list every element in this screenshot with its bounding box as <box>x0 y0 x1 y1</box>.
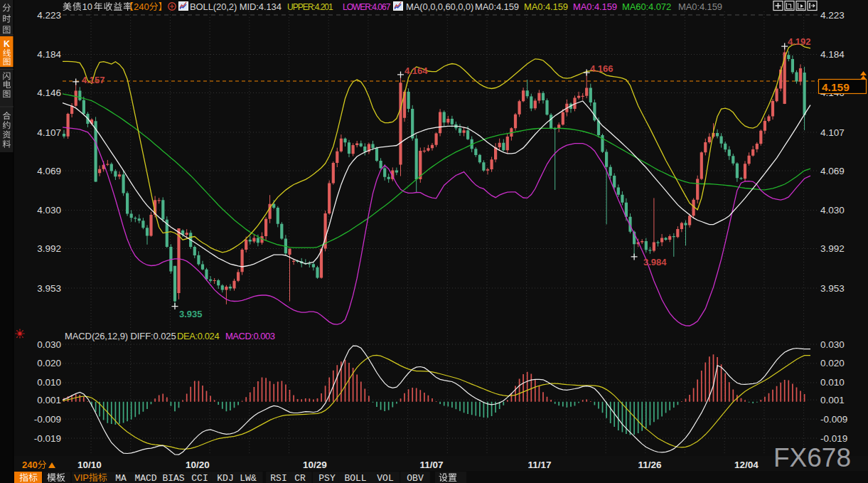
svg-text:10/20: 10/20 <box>186 460 210 470</box>
svg-text:11/17: 11/17 <box>527 460 551 470</box>
svg-text:VIP: VIP <box>74 472 89 483</box>
svg-text:12/04: 12/04 <box>734 460 759 470</box>
svg-text:3.992: 3.992 <box>37 243 61 254</box>
svg-text:4.223: 4.223 <box>37 10 61 21</box>
svg-text:0.001: 0.001 <box>37 395 61 405</box>
svg-text:BIAS: BIAS <box>162 473 184 483</box>
svg-text:0.010: 0.010 <box>37 377 61 388</box>
svg-text:-0.019: -0.019 <box>820 433 847 444</box>
svg-text:LW&: LW& <box>240 473 257 483</box>
svg-text:11/26: 11/26 <box>638 460 662 470</box>
svg-text:3.953: 3.953 <box>37 283 61 294</box>
svg-text:K: K <box>4 39 10 49</box>
svg-text:MA0:4.159: MA0:4.159 <box>678 1 722 12</box>
svg-text:-0.019: -0.019 <box>34 433 61 444</box>
svg-text:MA60:4.072: MA60:4.072 <box>622 1 671 12</box>
svg-text:10/10: 10/10 <box>77 460 102 470</box>
svg-text:MACD:0.003: MACD:0.003 <box>225 331 275 341</box>
svg-text:0.020: 0.020 <box>37 358 61 368</box>
svg-text:3.953: 3.953 <box>820 283 845 294</box>
svg-text:MA0:4.159: MA0:4.159 <box>524 1 568 12</box>
svg-text:FX678: FX678 <box>773 443 851 472</box>
svg-text:4.192: 4.192 <box>788 36 811 47</box>
svg-text:4.184: 4.184 <box>820 49 845 60</box>
svg-text:10: 10 <box>82 1 92 12</box>
svg-text:BOLL: BOLL <box>344 473 366 483</box>
svg-text:OBV: OBV <box>407 473 424 483</box>
svg-text:4.030: 4.030 <box>820 205 845 216</box>
svg-text:-0.009: -0.009 <box>34 414 61 425</box>
svg-text:MA: MA <box>115 473 127 483</box>
svg-text:0.001: 0.001 <box>820 395 845 405</box>
svg-text:4.223: 4.223 <box>820 10 845 21</box>
svg-text:4.157: 4.157 <box>82 75 105 85</box>
svg-text:3.992: 3.992 <box>820 243 845 254</box>
svg-text:3.935: 3.935 <box>179 309 203 319</box>
svg-text:MACD: MACD <box>134 473 156 483</box>
svg-text:4.166: 4.166 <box>590 63 614 74</box>
svg-text:4.107: 4.107 <box>37 127 61 138</box>
svg-text:LOWER:4.067: LOWER:4.067 <box>343 2 391 12</box>
svg-text:CR: CR <box>294 473 306 483</box>
svg-text:0.030: 0.030 <box>820 339 845 350</box>
svg-text:10/29: 10/29 <box>303 460 327 470</box>
svg-text:0.030: 0.030 <box>37 339 61 350</box>
svg-text:MA0:4.159: MA0:4.159 <box>573 1 617 12</box>
svg-text:4.069: 4.069 <box>37 166 61 176</box>
svg-text:VOL: VOL <box>377 473 393 483</box>
svg-text:-0.009: -0.009 <box>820 414 847 425</box>
svg-text:0.020: 0.020 <box>820 358 845 368</box>
svg-text:UPPER:4.201: UPPER:4.201 <box>287 2 333 12</box>
svg-text:MA0:4.159: MA0:4.159 <box>475 1 519 12</box>
svg-text:4.069: 4.069 <box>820 166 845 176</box>
svg-text:11/07: 11/07 <box>419 460 443 470</box>
svg-text:4.164: 4.164 <box>404 65 428 76</box>
svg-text:3.984: 3.984 <box>643 257 667 267</box>
svg-text:0.010: 0.010 <box>820 377 845 388</box>
svg-text:4.184: 4.184 <box>37 49 61 60</box>
svg-text:CCI: CCI <box>191 473 208 483</box>
svg-text:MACD(26,12,9) DIFF:0.025: MACD(26,12,9) DIFF:0.025 <box>65 331 176 341</box>
svg-text:BOLL(20,2) MID:4.134: BOLL(20,2) MID:4.134 <box>190 1 282 12</box>
svg-text:4.146: 4.146 <box>37 87 61 98</box>
svg-text:4.107: 4.107 <box>820 127 845 138</box>
svg-text:240: 240 <box>22 460 38 470</box>
svg-text:4.030: 4.030 <box>37 205 61 216</box>
svg-text:KDJ: KDJ <box>217 473 233 483</box>
svg-text:PSY: PSY <box>318 473 336 483</box>
svg-text:DEA:0.024: DEA:0.024 <box>177 331 219 341</box>
svg-text:MA(0,0,0,60,0,0): MA(0,0,0,60,0,0) <box>406 1 473 12</box>
svg-text:240: 240 <box>134 1 149 12</box>
svg-text:4.159: 4.159 <box>822 81 850 93</box>
svg-text:RSI: RSI <box>270 473 286 483</box>
